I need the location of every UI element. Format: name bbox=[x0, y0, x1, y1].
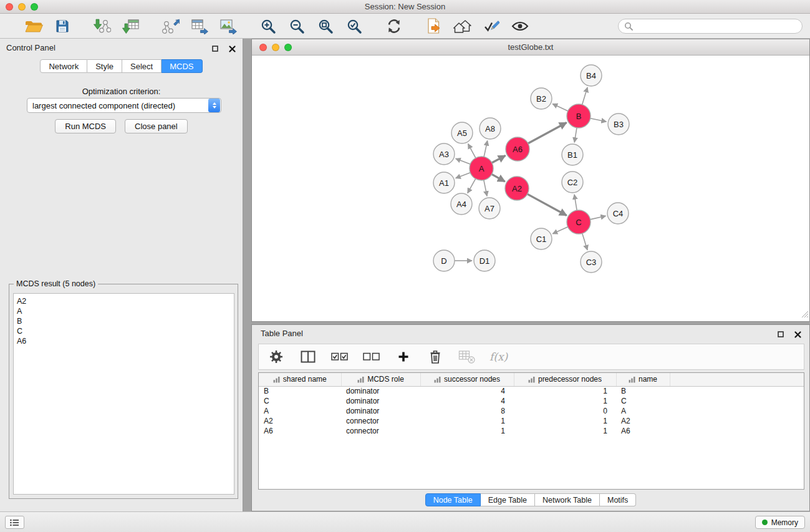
table-cell[interactable]: 1 bbox=[514, 386, 616, 396]
table-row[interactable]: Bdominator41B bbox=[259, 386, 804, 396]
graph-node-C1[interactable]: C1 bbox=[531, 228, 552, 249]
graph-node-A1[interactable]: A1 bbox=[433, 172, 455, 193]
zoom-in-button[interactable] bbox=[257, 16, 279, 37]
save-session-button[interactable] bbox=[51, 16, 74, 37]
export-table-button[interactable] bbox=[188, 16, 211, 37]
graph-node-A[interactable]: A bbox=[470, 157, 493, 180]
tab-mcds[interactable]: MCDS bbox=[162, 59, 202, 73]
graph-edge-A-A5[interactable] bbox=[468, 144, 476, 158]
minimize-network-window-button[interactable] bbox=[272, 44, 279, 51]
graph-edge-A-A4[interactable] bbox=[468, 179, 476, 193]
show-columns-button[interactable] bbox=[299, 347, 317, 366]
resize-grip[interactable] bbox=[801, 309, 809, 321]
table-cell[interactable]: 1 bbox=[514, 416, 616, 426]
table-cell[interactable]: 1 bbox=[420, 416, 514, 426]
search-input[interactable] bbox=[637, 21, 796, 31]
graph-node-B2[interactable]: B2 bbox=[531, 88, 552, 109]
memory-button[interactable]: Memory bbox=[755, 516, 805, 529]
function-builder-button[interactable] bbox=[458, 347, 476, 366]
tab-node-table[interactable]: Node Table bbox=[425, 493, 481, 506]
graph-node-B4[interactable]: B4 bbox=[581, 65, 602, 86]
close-control-panel-button[interactable] bbox=[228, 44, 236, 53]
mcds-result-item[interactable]: A2 bbox=[17, 296, 231, 306]
minimize-window-button[interactable] bbox=[18, 3, 26, 11]
criterion-dropdown[interactable]: largest connected component (directed) bbox=[27, 98, 221, 113]
table-cell[interactable]: B bbox=[259, 386, 341, 396]
table-cell[interactable]: C bbox=[259, 396, 341, 406]
table-cell[interactable]: C bbox=[616, 396, 670, 406]
import-network-button[interactable] bbox=[91, 16, 113, 37]
zoom-fit-button[interactable] bbox=[314, 16, 337, 37]
table-row[interactable]: Cdominator41C bbox=[259, 396, 804, 406]
table-cell[interactable]: A bbox=[259, 406, 341, 416]
open-session-button[interactable] bbox=[22, 16, 45, 37]
graph-edge-A-A6[interactable] bbox=[492, 155, 506, 163]
graph-edge-C-C3[interactable] bbox=[582, 233, 587, 250]
network-canvas[interactable]: B4B2BB3A5A8A6B1A3AC2A1A2A4A7C1CC4C3DD1 bbox=[252, 56, 809, 321]
graph-node-A7[interactable]: A7 bbox=[479, 198, 500, 219]
graph-node-A2[interactable]: A2 bbox=[505, 177, 529, 200]
delete-row-button[interactable] bbox=[426, 347, 445, 366]
table-cell[interactable]: connector bbox=[341, 426, 420, 436]
close-panel-button[interactable]: Close panel bbox=[125, 119, 188, 133]
float-table-panel-button[interactable] bbox=[776, 330, 785, 339]
export-network-button[interactable] bbox=[160, 16, 182, 37]
graph-node-C3[interactable]: C3 bbox=[581, 251, 602, 273]
graph-edge-B-B4[interactable] bbox=[582, 87, 588, 105]
table-cell[interactable]: B bbox=[616, 386, 670, 396]
column-header-successor-nodes[interactable]: successor nodes bbox=[420, 373, 514, 386]
table-row[interactable]: A6connector11A6 bbox=[259, 426, 804, 436]
table-cell[interactable]: 1 bbox=[420, 426, 514, 436]
home-button[interactable] bbox=[451, 16, 474, 37]
network-graph[interactable]: B4B2BB3A5A8A6B1A3AC2A1A2A4A7C1CC4C3DD1 bbox=[252, 56, 809, 321]
column-header-predecessor-nodes[interactable]: predecessor nodes bbox=[514, 373, 616, 386]
graph-edge-A-A1[interactable] bbox=[456, 173, 471, 178]
table-cell[interactable]: A6 bbox=[259, 426, 341, 436]
float-panel-button[interactable] bbox=[211, 44, 219, 53]
table-cell[interactable]: dominator bbox=[341, 386, 420, 396]
deselect-all-button[interactable] bbox=[362, 347, 381, 366]
graph-node-C2[interactable]: C2 bbox=[562, 172, 583, 193]
graphics-details-button[interactable] bbox=[480, 16, 503, 37]
select-all-button[interactable] bbox=[330, 347, 349, 366]
graph-edge-C-C4[interactable] bbox=[591, 216, 606, 220]
graph-edge-B-B2[interactable] bbox=[552, 104, 568, 112]
add-row-button[interactable] bbox=[394, 347, 413, 366]
graph-node-A6[interactable]: A6 bbox=[506, 137, 529, 161]
graph-node-D1[interactable]: D1 bbox=[474, 250, 495, 271]
table-cell[interactable]: A6 bbox=[616, 426, 670, 436]
table-cell[interactable]: dominator bbox=[341, 396, 420, 406]
close-network-window-button[interactable] bbox=[259, 44, 267, 51]
graph-node-A8[interactable]: A8 bbox=[480, 118, 501, 139]
table-cell[interactable]: 0 bbox=[514, 406, 616, 416]
graph-edge-A-A3[interactable] bbox=[456, 158, 471, 164]
graph-node-C[interactable]: C bbox=[567, 210, 591, 234]
tab-network-table[interactable]: Network Table bbox=[535, 493, 600, 506]
table-cell[interactable]: 1 bbox=[514, 426, 616, 436]
graph-edge-A-A2[interactable] bbox=[492, 174, 505, 181]
table-cell[interactable]: connector bbox=[341, 416, 420, 426]
export-document-button[interactable] bbox=[423, 16, 445, 37]
table-cell[interactable]: 4 bbox=[420, 396, 514, 406]
graph-node-B[interactable]: B bbox=[567, 104, 591, 128]
table-cell[interactable]: 4 bbox=[420, 386, 514, 396]
graph-node-B1[interactable]: B1 bbox=[562, 144, 583, 165]
tab-select[interactable]: Select bbox=[122, 59, 162, 73]
mcds-result-item[interactable]: B bbox=[17, 316, 231, 326]
task-history-button[interactable] bbox=[5, 516, 24, 529]
graph-node-B3[interactable]: B3 bbox=[608, 114, 629, 135]
node-table[interactable]: shared nameMCDS rolesuccessor nodesprede… bbox=[258, 372, 804, 490]
graph-node-C4[interactable]: C4 bbox=[607, 203, 629, 224]
graph-edge-C-C1[interactable] bbox=[552, 227, 568, 234]
table-cell[interactable]: A bbox=[616, 406, 670, 416]
tab-network[interactable]: Network bbox=[40, 59, 87, 73]
table-cell[interactable]: dominator bbox=[341, 406, 420, 416]
graph-edge-B-B3[interactable] bbox=[591, 118, 607, 122]
toggle-view-button[interactable] bbox=[509, 16, 531, 37]
tab-style[interactable]: Style bbox=[87, 59, 122, 73]
table-row[interactable]: Adominator80A bbox=[259, 406, 804, 416]
tab-edge-table[interactable]: Edge Table bbox=[481, 493, 535, 506]
table-settings-button[interactable] bbox=[267, 347, 286, 366]
table-cell[interactable]: A2 bbox=[259, 416, 341, 426]
graph-node-A5[interactable]: A5 bbox=[451, 122, 473, 143]
